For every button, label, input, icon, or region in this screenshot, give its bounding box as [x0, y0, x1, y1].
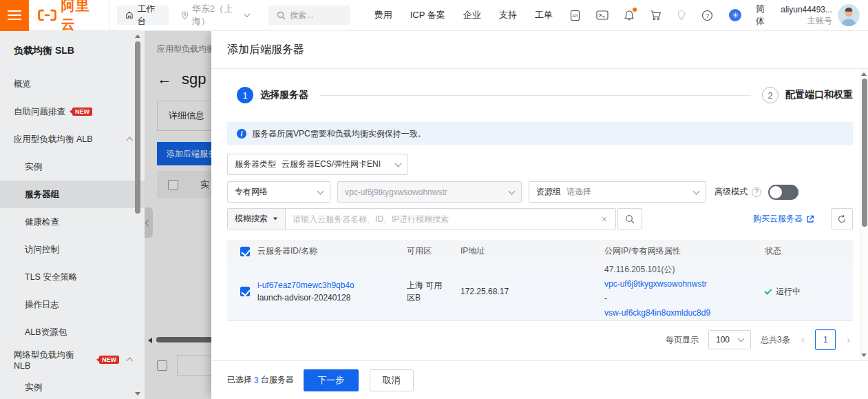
sidebar-item-label: 自助问题排查 [14, 106, 65, 118]
server-type-select[interactable]: 服务器类型 云服务器ECS/弹性网卡ENI [227, 154, 408, 175]
network-type-select[interactable]: 专有网络 [227, 181, 330, 203]
location-pin-icon [181, 10, 189, 21]
info-banner-text: 服务器所属VPC需要和负载均衡实例保持一致。 [252, 128, 426, 140]
cart-icon[interactable] [650, 10, 661, 21]
top-header: 阿里云 工作台 华东2（上海） 搜索... 费用 ICP 备案 企业 支持 工单… [0, 0, 868, 31]
per-page-select[interactable]: 100 [708, 330, 751, 349]
per-page-value: 100 [716, 335, 730, 345]
col-header-public-ip: 公网IP/专有网络属性 [604, 245, 765, 257]
fuzzy-search-dropdown[interactable]: 模糊搜索 [228, 209, 286, 229]
server-search-input[interactable] [286, 214, 593, 224]
sidebar-item-label: 服务器组 [25, 189, 59, 201]
account-name: aliyun44493... [781, 4, 832, 15]
next-page-arrow[interactable]: › [845, 334, 851, 345]
help-question-icon[interactable]: ? [752, 187, 761, 197]
step-2-label: 配置端口和权重 [785, 89, 853, 101]
advanced-mode-toggle[interactable] [768, 185, 798, 200]
network-type-value: 专有网络 [235, 186, 268, 198]
region-selector[interactable]: 华东2（上海） [181, 3, 250, 28]
sidebar-item-access-control[interactable]: 访问控制 [0, 236, 145, 263]
assistant-star-icon[interactable]: ✳ [728, 8, 742, 22]
refresh-icon [837, 214, 847, 224]
global-search-input[interactable]: 搜索... [268, 6, 349, 25]
col-header-zone: 可用区 [407, 245, 461, 257]
current-page-button[interactable]: 1 [815, 329, 836, 350]
select-all-checkbox[interactable] [240, 247, 250, 256]
sidebar-item-nlb-instances[interactable]: 实例 [0, 374, 145, 399]
buy-ecs-link[interactable]: 购买云服务器 [753, 213, 814, 225]
top-nav: 费用 ICP 备案 企业 支持 工单 [374, 9, 553, 21]
row-checkbox[interactable] [240, 287, 250, 296]
sidebar-item-alb-instances[interactable]: 实例 [0, 153, 145, 181]
sidebar-item-operation-log[interactable]: 操作日志 [0, 291, 145, 318]
step-1-circle: 1 [237, 87, 253, 103]
prev-page-arrow[interactable]: ‹ [800, 334, 806, 345]
caret-down-icon [273, 218, 277, 221]
notification-dot [633, 8, 637, 12]
sidebar-group-nlb[interactable]: 网络型负载均衡 NLB NEW [0, 346, 145, 374]
resource-group-placeholder: 请选择 [567, 186, 591, 198]
drawer-mask[interactable] [145, 31, 211, 399]
clear-icon[interactable]: × [593, 214, 615, 225]
global-search-placeholder: 搜索... [290, 10, 313, 21]
col-header-status: 状态 [765, 245, 853, 257]
region-label: 华东2（上海） [192, 3, 242, 28]
search-button[interactable] [617, 208, 642, 229]
sidebar-item-label: 访问控制 [25, 244, 59, 256]
alibaba-cloud-logo[interactable]: 阿里云 [29, 0, 110, 31]
workbench-button[interactable]: 工作台 [117, 6, 169, 25]
account-info[interactable]: aliyun44493... 主账号 [781, 4, 832, 26]
scroll-up-arrow[interactable] [135, 34, 140, 38]
scroll-down-arrow[interactable] [861, 354, 867, 357]
dash-separator: - [604, 291, 765, 306]
lightbulb-icon[interactable] [677, 10, 686, 21]
scroll-up-arrow[interactable] [861, 72, 867, 76]
chevron-down-icon [244, 11, 251, 17]
scroll-down-arrow[interactable] [135, 392, 140, 396]
cloudshell-terminal-icon[interactable] [596, 10, 608, 21]
new-badge: NEW [72, 108, 92, 116]
nav-billing[interactable]: 费用 [374, 9, 392, 21]
nav-icp[interactable]: ICP 备案 [410, 9, 445, 21]
drawer-scrollbar[interactable] [860, 69, 868, 360]
info-banner: i 服务器所属VPC需要和负载均衡实例保持一致。 [227, 122, 853, 145]
avatar[interactable] [838, 4, 860, 26]
resource-group-select[interactable]: 资源组 请选择 [529, 181, 706, 203]
nav-enterprise[interactable]: 企业 [463, 9, 481, 21]
chevron-down-icon [738, 336, 745, 342]
sidebar-item-self-diagnosis[interactable]: 自助问题排查 NEW [0, 98, 145, 125]
svg-text:✳: ✳ [732, 11, 738, 20]
buy-ecs-label: 购买云服务器 [753, 213, 803, 225]
account-type: 主账号 [781, 15, 832, 26]
sidebar-item-label: 实例 [25, 382, 42, 393]
col-header-id: 云服务器ID/名称 [257, 245, 407, 257]
sidebar: 负载均衡 SLB 概览 自助问题排查 NEW 应用型负载均衡 ALB 实例 服务… [0, 31, 145, 399]
instance-id-link[interactable]: i-uf67eaz70mewc3h9qb4o [257, 280, 407, 290]
scrollbar-thumb[interactable] [135, 41, 140, 214]
logo-text: 阿里云 [61, 0, 98, 34]
help-question-icon[interactable]: ? [701, 10, 713, 21]
scrollbar-thumb[interactable] [862, 79, 867, 227]
svg-text:API: API [572, 13, 578, 17]
sidebar-item-server-groups[interactable]: 服务器组 [0, 181, 145, 208]
vswitch-link[interactable]: vsw-uf6ckg84in8oxmlduc8d9 [604, 306, 765, 320]
notification-bell-icon[interactable] [624, 10, 635, 21]
api-icon[interactable]: API [569, 10, 581, 21]
next-step-button[interactable]: 下一步 [304, 369, 359, 391]
vpc-link[interactable]: vpc-uf6j9tkygxwsowohnwstr [604, 277, 765, 291]
nav-ticket[interactable]: 工单 [535, 9, 553, 21]
sidebar-item-overview[interactable]: 概览 [0, 70, 145, 98]
sidebar-item-tls-policy[interactable]: TLS 安全策略 [0, 263, 145, 291]
private-ip-cell: 172.25.68.17 [461, 287, 604, 296]
sidebar-item-alb-resource-pack[interactable]: ALB资源包 [0, 318, 145, 346]
sidebar-group-alb[interactable]: 应用型负载均衡 ALB [0, 125, 145, 153]
sidebar-scrollbar[interactable] [134, 33, 141, 397]
sidebar-item-health-check[interactable]: 健康检查 [0, 208, 145, 236]
hamburger-menu-icon[interactable] [0, 0, 29, 31]
status-running: 运行中 [776, 286, 801, 298]
chevron-down-icon [693, 187, 700, 194]
refresh-button[interactable] [831, 208, 853, 229]
cancel-button[interactable]: 取消 [370, 369, 414, 391]
nav-support[interactable]: 支持 [499, 9, 517, 21]
language-switch[interactable]: 简体 [756, 3, 771, 28]
